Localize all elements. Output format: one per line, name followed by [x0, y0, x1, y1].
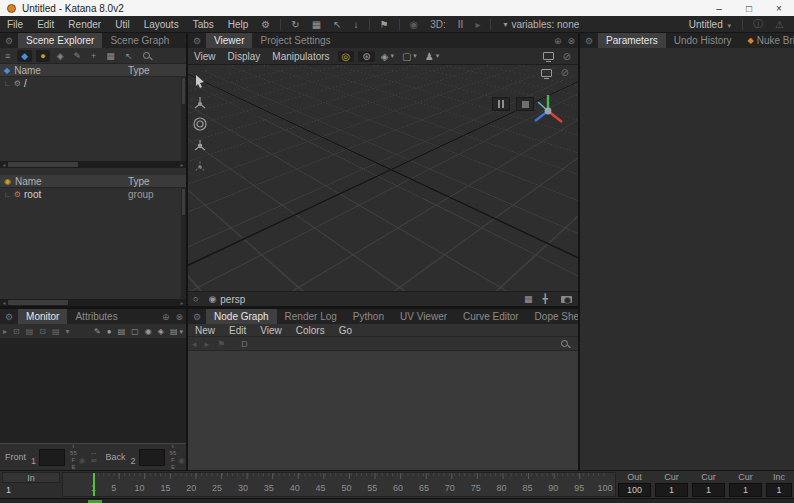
viewport-3d[interactable]: ⊘	[188, 65, 578, 291]
camera-lock-icon[interactable]: ○	[188, 294, 203, 304]
tab-nuke-bridge[interactable]: ◆ Nuke Bridge	[740, 33, 794, 48]
orientation-gizmo-icon[interactable]	[528, 91, 568, 133]
node-graph-canvas[interactable]	[188, 351, 578, 470]
menu-tabs[interactable]: Tabs	[186, 19, 221, 30]
stack-dropdown-icon[interactable]: ▤▾	[167, 327, 186, 336]
tab-monitor[interactable]: Monitor	[18, 309, 67, 324]
pane-gear-icon[interactable]: ⚙	[188, 312, 206, 322]
pane-gear-icon[interactable]: ⚙	[0, 312, 18, 322]
node-name[interactable]: root	[24, 189, 41, 200]
step-icon[interactable]: ▸	[469, 19, 486, 30]
globe-icon[interactable]: ⊛	[358, 51, 374, 62]
tab-project-settings[interactable]: Project Settings	[252, 33, 338, 48]
timeline-zoom-scrollbar[interactable]	[0, 498, 794, 503]
inc-frame-field[interactable]: Inc 1	[764, 471, 794, 498]
tab-node-graph[interactable]: Node Graph	[206, 309, 276, 324]
back-buffer-field[interactable]	[139, 449, 165, 466]
add-tab-icon[interactable]: ⊕	[551, 36, 565, 46]
translate-tool[interactable]	[190, 92, 210, 113]
tab-dope-sheet[interactable]: Dope Sheet	[527, 309, 578, 324]
scroll-right-icon[interactable]: ▸	[178, 161, 186, 168]
scene-tree[interactable]: ∟ ⚙ /	[0, 77, 186, 161]
ng-menu-new[interactable]: New	[188, 325, 222, 336]
camera-icon[interactable]	[561, 296, 572, 303]
monitor-channels-icon[interactable]: ▤	[23, 327, 37, 336]
scenegraph-tree[interactable]: ∟ ⚙ root group	[0, 188, 186, 299]
camera-name[interactable]: persp	[220, 294, 245, 305]
select-tool[interactable]	[190, 71, 210, 92]
record-icon[interactable]: ◉	[404, 19, 425, 30]
scroll-right-icon[interactable]: ▸	[178, 299, 186, 306]
in-value[interactable]: 1	[2, 483, 60, 495]
in-frame-field[interactable]: In 1	[0, 471, 62, 498]
ng-menu-go[interactable]: Go	[332, 325, 359, 336]
rotate-tool[interactable]	[190, 113, 210, 134]
tab-parameters[interactable]: Parameters	[598, 33, 666, 48]
ng-back-icon[interactable]: ◂	[188, 339, 201, 349]
render-refresh-icon[interactable]: ↻	[285, 19, 305, 30]
tab-undo-history[interactable]: Undo History	[666, 33, 740, 48]
column-type[interactable]: Type	[128, 65, 150, 76]
mode-3d-toggle[interactable]: 3D:	[424, 19, 452, 30]
monitor-canvas[interactable]	[0, 339, 186, 443]
display-output-icon[interactable]	[543, 52, 554, 60]
warning-icon[interactable]: ⚠	[769, 19, 790, 30]
light-icon[interactable]: ●	[36, 50, 49, 62]
ng-menu-view[interactable]: View	[253, 325, 289, 336]
transform-icon[interactable]: ↖	[120, 51, 138, 61]
disable-icon[interactable]: ⊘	[560, 51, 574, 62]
transform-tool[interactable]	[190, 155, 210, 176]
ng-menu-edit[interactable]: Edit	[222, 325, 253, 336]
minimize-button[interactable]: –	[704, 0, 734, 16]
lighting-wheel-icon[interactable]: ◎	[338, 51, 355, 62]
column-name[interactable]: Name	[14, 65, 41, 76]
tab-attributes[interactable]: Attributes	[67, 309, 125, 324]
tab-catalog[interactable]: Cat	[177, 33, 186, 48]
ng-forward-icon[interactable]: ▸	[201, 339, 214, 349]
viewer-menu-view[interactable]: View	[188, 51, 222, 62]
scroll-left-icon[interactable]: ◂	[0, 299, 8, 306]
dropper-icon[interactable]: ↓	[348, 19, 365, 30]
monitor-res-icon[interactable]: ▤	[49, 327, 63, 336]
tree1-hscrollbar[interactable]: ◂ ▸	[0, 161, 186, 168]
annotate-pencil-icon[interactable]: ✎	[91, 327, 104, 336]
pan-move-icon[interactable]: ╋	[538, 294, 553, 304]
tab-python[interactable]: Python	[345, 309, 392, 324]
column-type[interactable]: Type	[128, 176, 150, 187]
camera-select-icon[interactable]: ◉	[203, 294, 218, 304]
geometry-icon[interactable]: ◆	[17, 50, 32, 62]
resolution-gate-icon[interactable]: ▦	[519, 294, 538, 304]
disable-icon[interactable]: ⊘	[558, 67, 572, 78]
proxy-dropdown-icon[interactable]: ♟▾	[421, 51, 443, 62]
layers-icon[interactable]: ▤	[115, 327, 129, 336]
pane-gear-icon[interactable]: ⚙	[188, 36, 206, 46]
tab-scene-explorer[interactable]: Scene Explorer	[18, 33, 102, 48]
locate-icon[interactable]: +	[86, 51, 101, 61]
menu-layouts[interactable]: Layouts	[137, 19, 186, 30]
project-dropdown[interactable]: Untitled ▾	[682, 19, 738, 30]
tab-curve-editor[interactable]: Curve Editor	[455, 309, 527, 324]
scale-tool[interactable]	[190, 134, 210, 155]
tab-viewer[interactable]: Viewer	[206, 33, 252, 48]
tree-row-root[interactable]: ∟ ⚙ root group	[0, 188, 186, 200]
tree2-hscrollbar[interactable]: ◂ ▸	[0, 299, 186, 306]
comment-icon[interactable]: ●	[104, 327, 115, 336]
tree1-vscrollbar[interactable]	[181, 77, 186, 161]
timeline-ruler[interactable]: 1510152025303540455055606570758085909510…	[62, 472, 616, 497]
ng-bookmark-icon[interactable]: ⚑	[213, 339, 229, 349]
pane-gear-icon[interactable]: ⚙	[0, 36, 18, 46]
scroll-left-icon[interactable]: ◂	[0, 161, 8, 168]
cursor-icon[interactable]: ↖	[327, 19, 347, 30]
tab-uv-viewer[interactable]: UV Viewer	[392, 309, 455, 324]
shading-dropdown-icon[interactable]: ◈▾	[377, 51, 398, 62]
pause-button[interactable]	[492, 97, 510, 111]
info-icon[interactable]: ⓘ	[747, 17, 769, 31]
menu-render[interactable]: Render	[61, 19, 108, 30]
menu-help[interactable]: Help	[221, 19, 256, 30]
expand-icon[interactable]: ▢	[128, 327, 142, 336]
pause-toggle[interactable]: II	[452, 19, 470, 30]
menu-file[interactable]: File	[0, 19, 30, 30]
back-lock-icon[interactable]: ◉	[178, 456, 185, 465]
diamond-icon[interactable]: ◈	[155, 327, 167, 336]
monitor-depth-icon[interactable]: ⊡	[36, 327, 49, 336]
